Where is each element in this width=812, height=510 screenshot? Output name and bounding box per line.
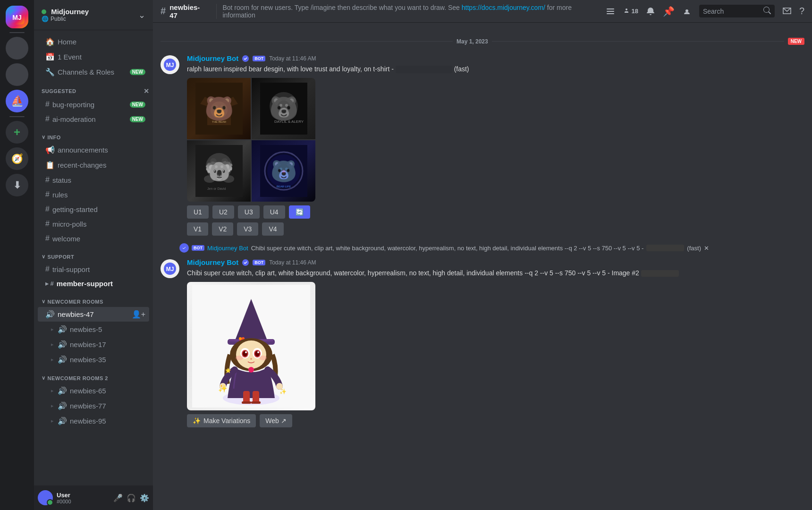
server-chevron-icon: ⌄ [138, 10, 145, 20]
date-text: May 1, 2023 [457, 38, 488, 45]
suggested-header[interactable]: SUGGESTED ✕ [34, 80, 153, 97]
bear-image-3[interactable]: Jen or David [187, 140, 251, 202]
make-variations-button[interactable]: ✨ Make Variations [187, 414, 256, 427]
download-button[interactable]: ⬇ [6, 174, 28, 196]
close-notification-icon[interactable]: ✕ [704, 245, 709, 252]
channel-rules[interactable]: # rules [38, 187, 149, 202]
server-icon-2[interactable] [6, 63, 28, 86]
server-icon-midjourney[interactable]: MJ [6, 6, 28, 28]
channel-welcome[interactable]: # welcome [38, 231, 149, 246]
refresh-button[interactable]: 🔄 [289, 205, 310, 219]
v4-button[interactable]: V4 [262, 222, 283, 236]
channel-newbies-77[interactable]: ▸ 🔊 newbies-77 [38, 399, 149, 413]
server-icon-1[interactable] [6, 37, 28, 60]
notification-content: BOT Midjourney Bot Chibi super cute witc… [179, 243, 709, 253]
channel-newbies-95[interactable]: ▸ 🔊 newbies-95 [38, 414, 149, 428]
witch-image: ✨ ✨ ⭐ [192, 285, 310, 408]
add-server-button[interactable]: + [6, 121, 28, 144]
blurred-username-1 [396, 66, 452, 73]
channel-announcements[interactable]: 📢 announcements [38, 143, 149, 157]
event-item[interactable]: 📅 1 Event [38, 50, 149, 64]
channel-newbies-35[interactable]: ▸ 🔊 newbies-35 [38, 352, 149, 367]
svg-point-20 [277, 101, 290, 114]
deafen-icon[interactable]: 🎧 [127, 493, 136, 502]
mute-icon[interactable]: 🎤 [113, 493, 123, 502]
bear-image-grid[interactable]: THE BEAR DAYLIL & [187, 78, 315, 202]
v3-button[interactable]: V3 [237, 222, 258, 236]
bot-small-icon [179, 243, 189, 253]
v2-button[interactable]: V2 [212, 222, 233, 236]
channel-newbies-5[interactable]: ▸ 🔊 newbies-5 [38, 322, 149, 337]
messages-area[interactable]: May 1, 2023 NEW MJ Midjourney Bot BOT To… [153, 23, 812, 510]
pin-icon[interactable]: 📌 [663, 6, 675, 17]
support-header[interactable]: ∨ SUPPORT [34, 246, 153, 262]
inbox-icon[interactable] [782, 7, 792, 16]
svg-text:Jen or David: Jen or David [207, 187, 226, 190]
channel-newbies-17[interactable]: ▸ 🔊 newbies-17 [38, 337, 149, 352]
channel-micro-polls[interactable]: # micro-polls [38, 217, 149, 231]
online-indicator [42, 9, 46, 14]
witch-image-container[interactable]: ✨ ✨ ⭐ [187, 282, 315, 410]
hash-welcome-icon: # [45, 234, 50, 243]
recent-icon: 📋 [45, 161, 55, 170]
add-member-icon[interactable]: 👤+ [132, 310, 145, 319]
timestamp-1: Today at 11:46 AM [269, 55, 316, 62]
channel-ai-moderation[interactable]: # ai-moderation NEW [38, 112, 149, 126]
svg-point-23 [281, 108, 286, 111]
explore-button[interactable]: 🧭 [6, 147, 28, 170]
server-icon-3[interactable]: ⛵ [6, 90, 28, 112]
channel-getting-started[interactable]: # getting-started [38, 202, 149, 216]
channel-newbies-47[interactable]: 🔊 newbies-47 👤+ [38, 307, 149, 322]
user-avatar [38, 490, 53, 505]
home-item[interactable]: 🏠 Home [38, 34, 149, 49]
channel-status[interactable]: # status [38, 173, 149, 187]
channel-newbies-65[interactable]: ▸ 🔊 newbies-65 [38, 383, 149, 398]
message-header-1: Midjourney Bot BOT Today at 11:46 AM [187, 54, 804, 62]
svg-point-14 [220, 109, 222, 111]
v1-button[interactable]: V1 [187, 222, 208, 236]
help-icon[interactable]: ? [799, 6, 804, 17]
discriminator: #0000 [57, 499, 71, 504]
message-text-1: ralph lauren inspired bear desgin, with … [187, 64, 804, 74]
svg-rect-73 [253, 391, 259, 403]
newcomer-rooms-header[interactable]: ∨ NEWCOMER ROOMS [34, 291, 153, 306]
settings-icon[interactable]: ⚙️ [140, 493, 149, 502]
bear-image-1[interactable]: THE BEAR [187, 78, 251, 139]
server-divider-2 [9, 116, 25, 117]
u4-button[interactable]: U4 [263, 205, 285, 219]
web-button[interactable]: Web ↗ [260, 414, 292, 427]
new-badge: NEW [130, 69, 145, 75]
new-badge-ai: NEW [130, 116, 145, 122]
hash-counter-icon[interactable] [606, 7, 615, 16]
u3-button[interactable]: U3 [238, 205, 260, 219]
channel-member-support[interactable]: ▸ # member-support [38, 277, 149, 290]
docs-link[interactable]: https://docs.midjourney.com/ [462, 4, 545, 11]
speaker-icon-17: 🔊 [58, 340, 67, 349]
channel-bug-reporting[interactable]: # bug-reporting NEW [38, 97, 149, 111]
channel-trial-support[interactable]: # trial-support [38, 262, 149, 276]
server-header[interactable]: Midjourney 🌐Public ⌄ [34, 0, 153, 30]
bear-image-2[interactable]: DAYLIL & ALERY [252, 78, 315, 139]
info-header[interactable]: ∨ INFO [34, 127, 153, 142]
author-name-1: Midjourney Bot [187, 54, 238, 62]
blurred-username-2 [646, 245, 684, 251]
message-witch: MJ Midjourney Bot BOT Today at 11:46 AM … [153, 256, 812, 429]
verified-icon-1 [242, 55, 249, 62]
svg-point-30 [215, 165, 218, 168]
external-link-icon: ↗ [281, 417, 287, 425]
svg-point-9 [211, 102, 228, 119]
u1-button[interactable]: U1 [187, 205, 209, 219]
bear-image-4[interactable]: BEAR LIFE [252, 140, 315, 202]
u2-button[interactable]: U2 [212, 205, 234, 219]
fast-tag: (fast) [687, 245, 701, 252]
search-bar[interactable]: Search [699, 5, 775, 17]
members-icon[interactable] [682, 7, 692, 16]
notification-icon[interactable] [646, 7, 655, 16]
message-notification-2: BOT Midjourney Bot Chibi super cute witc… [153, 241, 812, 255]
svg-point-39 [286, 163, 293, 170]
message-text-2: Chibi super cute witch, clip art, white … [187, 268, 804, 278]
channels-roles-item[interactable]: 🔧 Channels & Roles NEW [38, 65, 149, 79]
newcomer-rooms-2-header[interactable]: ∨ NEWCOMER ROOMS 2 [34, 367, 153, 383]
channel-recent-changes[interactable]: 📋 recent-changes [38, 158, 149, 172]
close-suggested-icon[interactable]: ✕ [144, 87, 150, 95]
